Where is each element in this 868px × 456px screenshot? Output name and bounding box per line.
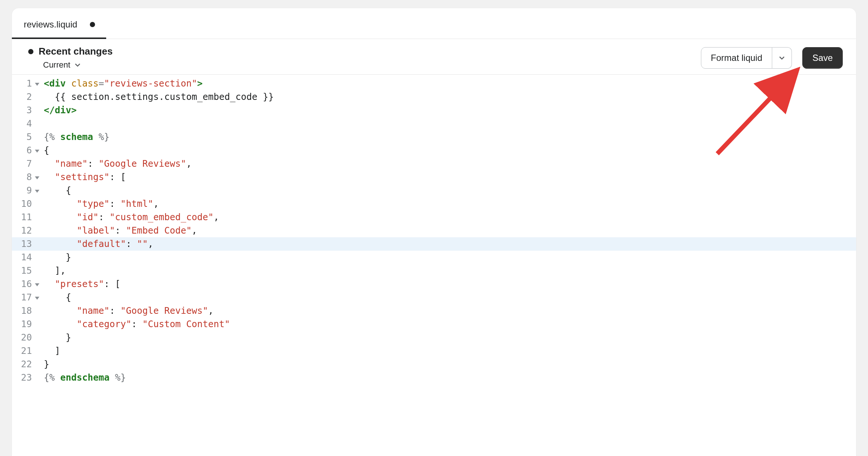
line-number: 16 xyxy=(12,277,42,291)
code-line[interactable] xyxy=(44,117,856,130)
code-line[interactable]: "name": "Google Reviews", xyxy=(44,157,856,170)
unsaved-dot-icon xyxy=(90,22,95,27)
chevron-down-icon xyxy=(779,56,785,60)
line-number: 22 xyxy=(12,358,42,371)
code-line[interactable]: "label": "Embed Code", xyxy=(44,224,856,237)
tab-bar: reviews.liquid xyxy=(12,8,856,39)
format-dropdown-button[interactable] xyxy=(772,47,792,69)
line-number: 4 xyxy=(12,117,42,130)
code-line[interactable]: "category": "Custom Content" xyxy=(44,317,856,331)
code-line[interactable]: { xyxy=(44,184,856,197)
line-number: 5 xyxy=(12,130,42,144)
editor-panel: reviews.liquid Recent changes Current Fo… xyxy=(12,8,856,456)
code-line[interactable]: {% endschema %} xyxy=(44,371,856,384)
code-line[interactable]: "type": "html", xyxy=(44,197,856,211)
line-number: 3 xyxy=(12,104,42,117)
line-number: 10 xyxy=(12,197,42,211)
code-line[interactable]: "name": "Google Reviews", xyxy=(44,304,856,317)
line-number: 2 xyxy=(12,90,42,104)
file-tab[interactable]: reviews.liquid xyxy=(12,13,106,39)
code-line[interactable]: <div class="reviews-section"> xyxy=(44,77,856,90)
line-number: 18 xyxy=(12,304,42,317)
line-number: 1 xyxy=(12,77,42,90)
line-number: 13 xyxy=(12,237,42,251)
line-number: 20 xyxy=(12,331,42,344)
recent-dot-icon xyxy=(28,49,33,54)
code-line[interactable]: { xyxy=(44,291,856,304)
line-number: 7 xyxy=(12,157,42,170)
code-line[interactable]: ] xyxy=(44,344,856,358)
code-content[interactable]: <div class="reviews-section"> {{ section… xyxy=(44,77,856,384)
format-button-group: Format liquid xyxy=(701,47,792,69)
chevron-down-icon xyxy=(75,63,81,67)
line-number: 14 xyxy=(12,251,42,264)
version-select-label: Current xyxy=(43,60,70,70)
code-line[interactable]: "settings": [ xyxy=(44,170,856,184)
line-number: 15 xyxy=(12,264,42,277)
code-line[interactable]: { xyxy=(44,144,856,157)
line-number: 9 xyxy=(12,184,42,197)
code-line[interactable]: ], xyxy=(44,264,856,277)
code-line[interactable]: {{ section.settings.custom_embed_code }} xyxy=(44,90,856,104)
line-number-gutter: 1234567891011121314151617181920212223 xyxy=(12,77,44,384)
code-line[interactable]: } xyxy=(44,251,856,264)
line-number: 12 xyxy=(12,224,42,237)
line-number: 19 xyxy=(12,317,42,331)
code-line[interactable]: "presets": [ xyxy=(44,277,856,291)
code-editor[interactable]: 1234567891011121314151617181920212223 <d… xyxy=(12,75,856,384)
code-line[interactable]: </div> xyxy=(44,104,856,117)
version-select[interactable]: Current xyxy=(28,60,701,70)
code-line[interactable]: } xyxy=(44,358,856,371)
toolbar-left: Recent changes Current xyxy=(28,46,701,70)
line-number: 21 xyxy=(12,344,42,358)
file-tab-label: reviews.liquid xyxy=(24,19,77,30)
line-number: 11 xyxy=(12,211,42,224)
line-number: 23 xyxy=(12,371,42,384)
format-liquid-button[interactable]: Format liquid xyxy=(701,47,773,69)
recent-changes-title: Recent changes xyxy=(39,46,112,57)
recent-changes-row: Recent changes xyxy=(28,46,701,57)
code-line[interactable]: } xyxy=(44,331,856,344)
line-number: 8 xyxy=(12,170,42,184)
toolbar-right: Format liquid Save xyxy=(701,47,844,69)
code-line[interactable]: "id": "custom_embed_code", xyxy=(44,211,856,224)
toolbar: Recent changes Current Format liquid Sav… xyxy=(12,39,856,75)
code-line[interactable]: {% schema %} xyxy=(44,130,856,144)
save-button[interactable]: Save xyxy=(802,47,843,69)
line-number: 6 xyxy=(12,144,42,157)
code-line[interactable]: "default": "", xyxy=(12,237,856,251)
line-number: 17 xyxy=(12,291,42,304)
